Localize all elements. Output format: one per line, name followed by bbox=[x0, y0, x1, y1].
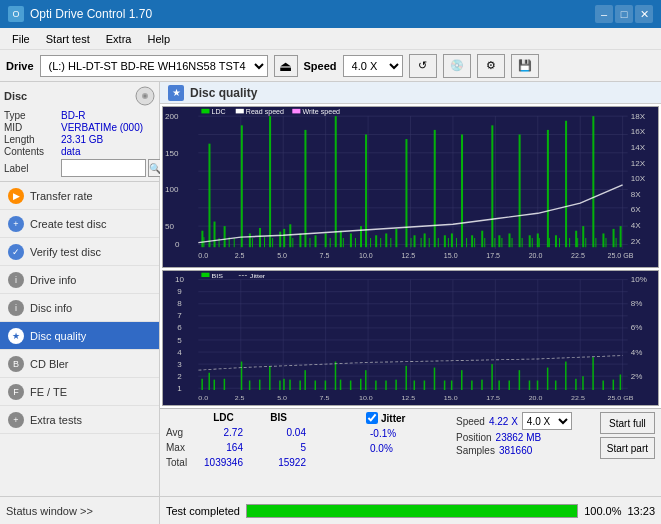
svg-text:14X: 14X bbox=[631, 143, 645, 152]
eject-button[interactable]: ⏏ bbox=[274, 55, 298, 77]
sidebar-item-create-test-disc[interactable]: + Create test disc bbox=[0, 210, 159, 238]
svg-rect-199 bbox=[325, 381, 327, 390]
svg-rect-207 bbox=[395, 380, 397, 390]
settings-button[interactable]: ⚙ bbox=[477, 54, 505, 78]
status-window-button[interactable]: Status window >> bbox=[0, 496, 159, 524]
svg-text:20.0: 20.0 bbox=[529, 395, 543, 401]
svg-rect-213 bbox=[451, 381, 453, 390]
bottom-status-bar: Test completed 100.0% 13:23 bbox=[160, 496, 661, 524]
sidebar-item-disc-quality[interactable]: ★ Disc quality bbox=[0, 322, 159, 350]
svg-rect-58 bbox=[299, 233, 301, 247]
disc-panel: Disc Type BD-R MID VERBATIMe (000) Lengt bbox=[0, 82, 159, 182]
svg-text:1: 1 bbox=[177, 385, 181, 393]
content-icon: ★ bbox=[168, 85, 184, 101]
close-button[interactable]: ✕ bbox=[635, 5, 653, 23]
svg-text:22.5: 22.5 bbox=[571, 395, 585, 401]
sidebar-item-extra-tests[interactable]: + Extra tests bbox=[0, 406, 159, 434]
svg-rect-90 bbox=[592, 116, 594, 247]
jitter-checkbox[interactable] bbox=[366, 412, 378, 424]
progress-percent: 100.0% bbox=[584, 505, 621, 517]
sidebar-item-cd-bler[interactable]: B CD Bler bbox=[0, 350, 159, 378]
ldc-header: LDC bbox=[196, 412, 251, 423]
svg-rect-76 bbox=[461, 134, 463, 247]
svg-rect-196 bbox=[299, 381, 301, 390]
svg-rect-214 bbox=[461, 371, 463, 391]
ldc-avg: 2.72 bbox=[196, 425, 251, 440]
ldc-chart: 200 150 100 50 0 18X 16X 14X 12X 10X 8X … bbox=[162, 106, 659, 268]
nav-items: ▶ Transfer rate + Create test disc ✓ Ver… bbox=[0, 182, 159, 496]
svg-rect-67 bbox=[375, 235, 377, 247]
svg-text:50: 50 bbox=[165, 222, 174, 231]
start-part-button[interactable]: Start part bbox=[600, 437, 655, 459]
sidebar-item-fe-te[interactable]: F FE / TE bbox=[0, 378, 159, 406]
menu-bar: File Start test Extra Help bbox=[0, 28, 661, 50]
sidebar-item-drive-info[interactable]: i Drive info bbox=[0, 266, 159, 294]
svg-text:5.0: 5.0 bbox=[277, 395, 287, 401]
svg-rect-122 bbox=[532, 238, 533, 247]
cd-bler-icon: B bbox=[8, 356, 24, 372]
disc-button[interactable]: 💿 bbox=[443, 54, 471, 78]
svg-rect-136 bbox=[292, 109, 300, 114]
svg-text:20.0: 20.0 bbox=[529, 252, 543, 259]
svg-rect-55 bbox=[279, 232, 281, 248]
extra-tests-label: Extra tests bbox=[30, 414, 82, 426]
svg-text:25.0 GB: 25.0 GB bbox=[607, 395, 634, 401]
svg-rect-194 bbox=[283, 379, 285, 390]
contents-label: Contents bbox=[4, 146, 59, 157]
mid-label: MID bbox=[4, 122, 59, 133]
svg-text:Read speed: Read speed bbox=[246, 109, 284, 117]
disc-quality-icon: ★ bbox=[8, 328, 24, 344]
sidebar-item-transfer-rate[interactable]: ▶ Transfer rate bbox=[0, 182, 159, 210]
menu-help[interactable]: Help bbox=[139, 31, 178, 47]
start-full-button[interactable]: Start full bbox=[600, 412, 655, 434]
svg-rect-208 bbox=[405, 366, 407, 390]
save-button[interactable]: 💾 bbox=[511, 54, 539, 78]
svg-rect-120 bbox=[512, 238, 513, 247]
svg-text:5.0: 5.0 bbox=[277, 252, 287, 259]
svg-text:Write speed: Write speed bbox=[302, 109, 340, 117]
svg-rect-108 bbox=[390, 238, 391, 247]
speed-select[interactable]: 4.0 X bbox=[343, 55, 403, 77]
svg-rect-81 bbox=[508, 233, 510, 247]
progress-fill bbox=[247, 505, 577, 517]
svg-rect-220 bbox=[519, 371, 521, 391]
verify-test-disc-icon: ✓ bbox=[8, 244, 24, 260]
svg-rect-225 bbox=[565, 362, 567, 390]
svg-rect-209 bbox=[414, 381, 416, 390]
menu-extra[interactable]: Extra bbox=[98, 31, 140, 47]
svg-rect-121 bbox=[522, 238, 523, 247]
svg-rect-191 bbox=[259, 380, 261, 390]
sidebar-item-disc-info[interactable]: i Disc info bbox=[0, 294, 159, 322]
verify-test-disc-label: Verify test disc bbox=[30, 246, 101, 258]
svg-rect-117 bbox=[484, 238, 485, 247]
samples-label: Samples bbox=[456, 445, 495, 456]
maximize-button[interactable]: □ bbox=[615, 5, 633, 23]
svg-rect-56 bbox=[283, 229, 285, 247]
content-area: ★ Disc quality bbox=[160, 82, 661, 524]
disc-quality-label: Disc quality bbox=[30, 330, 86, 342]
minimize-button[interactable]: – bbox=[595, 5, 613, 23]
svg-rect-61 bbox=[325, 233, 327, 247]
menu-start-test[interactable]: Start test bbox=[38, 31, 98, 47]
svg-rect-87 bbox=[565, 121, 567, 247]
svg-text:7.5: 7.5 bbox=[320, 252, 330, 259]
svg-rect-104 bbox=[343, 238, 344, 247]
svg-rect-118 bbox=[494, 238, 495, 247]
drive-select[interactable]: (L:) HL-DT-ST BD-RE WH16NS58 TST4 bbox=[40, 55, 268, 77]
svg-rect-91 bbox=[602, 233, 604, 247]
svg-text:12X: 12X bbox=[631, 159, 645, 168]
speed-dropdown[interactable]: 4.0 X bbox=[522, 412, 572, 430]
svg-rect-101 bbox=[292, 238, 293, 247]
svg-rect-186 bbox=[208, 373, 210, 390]
svg-rect-131 bbox=[616, 238, 617, 247]
menu-file[interactable]: File bbox=[4, 31, 38, 47]
svg-text:5: 5 bbox=[177, 336, 181, 344]
sidebar-item-verify-test-disc[interactable]: ✓ Verify test disc bbox=[0, 238, 159, 266]
speed-stat-value: 4.22 X bbox=[489, 416, 518, 427]
label-input[interactable] bbox=[61, 159, 146, 177]
drive-info-icon: i bbox=[8, 272, 24, 288]
svg-rect-193 bbox=[279, 381, 281, 390]
svg-text:0.0: 0.0 bbox=[198, 395, 208, 401]
svg-text:2.5: 2.5 bbox=[235, 252, 245, 259]
refresh-button[interactable]: ↺ bbox=[409, 54, 437, 78]
